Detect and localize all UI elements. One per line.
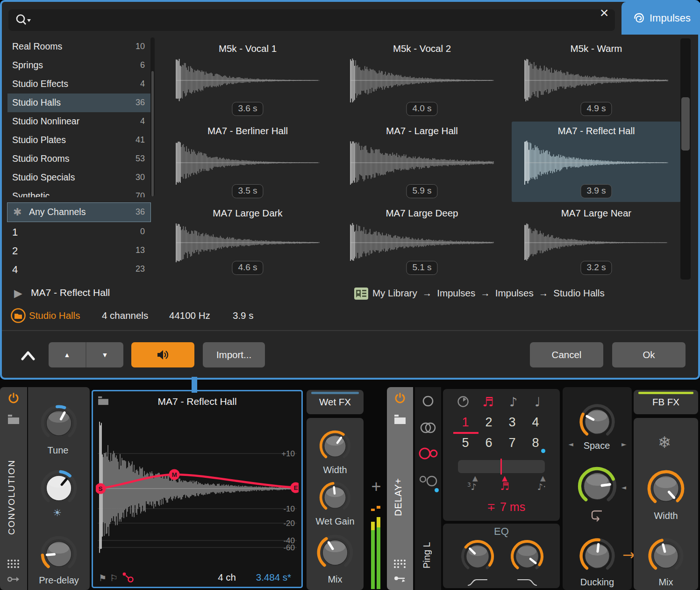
marker-flag-outline-icon[interactable]: ⚐ (110, 573, 118, 583)
straight-note-icon[interactable]: ♬ (500, 481, 509, 492)
wetfx-mix-knob[interactable] (314, 532, 356, 575)
remote-controls-icon[interactable] (393, 559, 407, 568)
channel-row-any[interactable]: ✱ Any Channels 36 (7, 203, 150, 222)
delay-step-1[interactable]: 1 (456, 415, 475, 430)
routing-icon[interactable] (393, 575, 407, 583)
search-icon[interactable] (14, 13, 33, 28)
impulse-display[interactable]: MA7 - Reflect Hall SME +10 -10 -20 -40 -… (92, 390, 303, 588)
import-button[interactable]: Import... (203, 342, 265, 367)
clear-search-icon[interactable]: × (596, 5, 612, 21)
space-prev-icon[interactable]: ◄ (568, 440, 573, 448)
preset-folder-icon[interactable] (7, 414, 20, 425)
prev-result-button[interactable]: ▲ (49, 351, 86, 359)
breadcrumb-item[interactable]: Impulses (495, 288, 534, 299)
device-name[interactable]: CONVOLUTION (7, 441, 17, 553)
delay-offset-slider[interactable] (458, 460, 545, 473)
convolution-device-header[interactable]: CONVOLUTION (0, 387, 27, 590)
delay-step-8[interactable]: 8 (526, 436, 545, 450)
fbfx-header[interactable]: FB FX (634, 390, 698, 414)
result-item[interactable]: M5k - Warm 4.9 s (512, 39, 681, 120)
wetfx-gain-knob[interactable] (317, 480, 353, 517)
wetfx-width-knob[interactable] (317, 428, 353, 466)
remote-controls-icon[interactable] (7, 559, 20, 568)
category-row[interactable]: Studio Rooms53 (7, 150, 150, 168)
result-item[interactable]: MA7 - Large Hall 5.9 s (337, 122, 507, 202)
preset-folder-icon[interactable] (394, 414, 406, 425)
tune-knob[interactable] (38, 403, 79, 446)
result-item[interactable]: MA7 Large Dark 4.6 s (163, 204, 332, 279)
category-row[interactable]: Studio Effects4 (7, 75, 150, 94)
cancel-button[interactable]: Cancel (530, 342, 603, 367)
category-row[interactable]: Studio Plates41 (7, 131, 150, 150)
audition-button[interactable] (131, 342, 194, 367)
result-item[interactable]: M5k - Vocal 2 4.0 s (337, 39, 507, 120)
delay-time-value[interactable]: 7 ms (500, 500, 525, 514)
envelope-edit-icon[interactable] (122, 571, 134, 583)
breadcrumb-item[interactable]: Studio Halls (553, 288, 604, 299)
channel-row[interactable]: 213 (7, 241, 150, 260)
result-item[interactable]: MA7 Large Deep 5.1 s (337, 204, 507, 279)
space-next-icon[interactable]: ► (621, 440, 627, 448)
damping-knob[interactable] (38, 468, 79, 511)
result-item[interactable]: MA7 - Berliner Hall 3.5 s (163, 122, 332, 202)
marker-flag-icon[interactable]: ⚑ (99, 573, 107, 583)
category-row[interactable]: Synthetic70 (7, 187, 150, 197)
selection-category[interactable]: Studio Halls (29, 310, 80, 321)
category-row[interactable]: Studio Specials30 (7, 168, 150, 187)
category-scrollbar[interactable] (150, 37, 155, 196)
channel-row[interactable]: 10 (7, 223, 150, 241)
device-name[interactable]: DELAY+ (393, 448, 404, 546)
category-row[interactable]: Real Rooms10 (7, 37, 150, 56)
delay-mode-dual-icon[interactable] (419, 474, 438, 487)
delay-step-6[interactable]: 6 (479, 436, 498, 450)
delay-mode-label[interactable]: Ping L (421, 527, 432, 583)
note-quarter-icon[interactable]: ♩ (535, 395, 541, 409)
add-device-button[interactable]: + (369, 477, 383, 496)
routing-icon[interactable] (7, 575, 20, 583)
grid-scrollbar-thumb[interactable] (681, 97, 690, 151)
next-result-button[interactable]: ▼ (86, 351, 123, 359)
delay-step-4[interactable]: 4 (526, 415, 545, 430)
result-item[interactable]: MA7 Large Near 3.2 s (512, 204, 681, 279)
delay-step-3[interactable]: 3 (503, 415, 521, 430)
preview-play-icon[interactable]: ▶ (14, 287, 22, 299)
eq-highpass-knob[interactable] (459, 538, 496, 577)
power-icon[interactable] (8, 393, 19, 404)
delay-step-5[interactable]: 5 (456, 436, 475, 450)
dotted-note-icon[interactable]: ♪· (537, 482, 546, 492)
category-scrollbar-thumb[interactable] (151, 71, 154, 196)
collapse-chevron-icon[interactable] (19, 349, 37, 363)
delay-step-2[interactable]: 2 (479, 415, 498, 430)
result-item[interactable]: M5k - Vocal 1 3.6 s (163, 39, 332, 120)
search-input[interactable] (8, 9, 615, 31)
category-row[interactable]: Studio Nonlinear4 (7, 112, 150, 131)
result-item[interactable]: MA7 - Reflect Hall 3.9 s (512, 122, 681, 202)
tab-impulses[interactable]: Impulses (621, 2, 700, 35)
fbfx-width-knob[interactable] (645, 468, 687, 511)
ducking-knob[interactable] (577, 536, 617, 578)
wetfx-header[interactable]: Wet FX (307, 390, 364, 414)
delay-step-7[interactable]: 7 (503, 436, 521, 450)
triplet-note-icon[interactable]: 3♪ (467, 482, 477, 492)
delay-mode-pingpong-icon[interactable] (419, 447, 438, 460)
category-row[interactable]: Springs6 (7, 56, 150, 75)
fbfx-mix-knob[interactable] (646, 536, 686, 578)
breadcrumb-item[interactable]: Impulses (437, 288, 475, 299)
power-icon[interactable] (394, 393, 406, 404)
breadcrumb-item[interactable]: My Library (372, 288, 417, 299)
delay-mode-mono-icon[interactable] (422, 396, 434, 407)
plus-minus-icon[interactable]: ∓ (487, 501, 495, 513)
grid-scrollbar[interactable] (680, 38, 691, 280)
predelay-knob[interactable] (38, 533, 79, 576)
delay-offset-slider-handle[interactable] (500, 459, 502, 475)
feedback-knob[interactable] (575, 464, 619, 510)
channel-row[interactable]: 423 (7, 260, 150, 279)
category-row-selected[interactable]: Studio Halls36 (7, 94, 150, 112)
note-8th-icon[interactable]: ♪ (509, 395, 517, 409)
delay-mode-stereo-icon[interactable] (420, 422, 436, 434)
delay-device-header[interactable]: DELAY+ (387, 387, 413, 590)
ok-button[interactable]: Ok (612, 342, 686, 367)
free-time-clock-icon[interactable] (457, 396, 469, 408)
note-16th-icon[interactable]: ♬ (482, 395, 493, 409)
freeze-snowflake-icon[interactable]: ❄ (658, 433, 671, 452)
